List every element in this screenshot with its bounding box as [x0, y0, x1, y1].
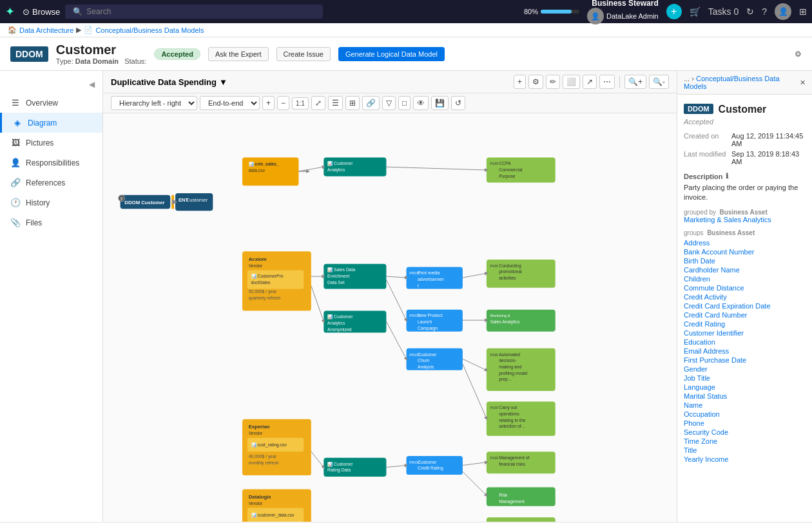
zoom-in-btn[interactable]: + — [262, 96, 275, 110]
cart-icon[interactable]: 🛒 — [690, 6, 701, 17]
asset-link-title[interactable]: Title — [684, 446, 806, 454]
help-icon[interactable]: ? — [762, 6, 767, 17]
refresh-diagram-icon[interactable]: ↺ — [451, 96, 465, 110]
page-title-block: Customer Type: Data Domain Status: — [56, 43, 147, 65]
grid-icon[interactable]: ⊞ — [799, 6, 807, 17]
sidebar-item-history[interactable]: 🕐 History — [0, 193, 102, 213]
sidebar-item-overview[interactable]: ☰ Overview — [0, 93, 102, 113]
asset-link-birth-date[interactable]: Birth Date — [684, 257, 806, 265]
progress-bar — [541, 10, 579, 14]
sidebar-item-diagram[interactable]: ◈ Diagram — [0, 113, 102, 133]
asset-link-credit-card-num[interactable]: Credit Card Number — [684, 311, 806, 319]
svg-line-122 — [463, 273, 487, 278]
breadcrumb-data-architecture[interactable]: Data Architecture — [19, 26, 73, 34]
settings-icon[interactable]: ⚙ — [795, 50, 802, 59]
page-header: DDOM Customer Type: Data Domain Status: … — [0, 37, 812, 71]
asset-link-marital-status[interactable]: Marital Status — [684, 392, 806, 400]
hierarchy-select[interactable]: Hierarchy left - right — [111, 96, 197, 110]
add-icon[interactable]: + — [514, 75, 526, 89]
eye-icon[interactable]: 👁 — [413, 96, 429, 110]
diagram-canvas[interactable]: DDOM Customer ENT Customer 9 📊 crm_sales… — [103, 113, 677, 522]
asset-link-first-purchase[interactable]: First Purchase Date — [684, 356, 806, 364]
asset-link-cardholder-name[interactable]: Cardholder Name — [684, 266, 806, 274]
asset-link-children[interactable]: Children — [684, 275, 806, 283]
svg-text:Sales Analytics: Sales Analytics — [490, 319, 520, 325]
asset-link-yearly-income[interactable]: Yearly Income — [684, 455, 806, 463]
ratio-btn[interactable]: 1:1 — [292, 97, 309, 109]
svg-text:Vendor: Vendor — [249, 263, 263, 268]
svg-text:making and: making and — [499, 365, 521, 370]
list-icon[interactable]: ☰ — [328, 96, 343, 110]
save-diagram-icon[interactable]: 💾 — [431, 96, 449, 110]
svg-text:Purpose: Purpose — [499, 174, 516, 179]
asset-link-education[interactable]: Education — [684, 338, 806, 346]
zoom-out-icon[interactable]: 🔍- — [649, 75, 669, 89]
share-icon[interactable]: ↗ — [583, 75, 597, 89]
asset-link-bank-account[interactable]: Bank Account Number — [684, 248, 806, 256]
grouped-by-value[interactable]: Marketing & Sales Analytics — [684, 216, 806, 223]
asset-link-phone[interactable]: Phone — [684, 419, 806, 427]
svg-text:selection of...: selection of... — [499, 424, 525, 428]
sidebar-item-pictures[interactable]: 🖼 Pictures — [0, 133, 102, 153]
user-avatar[interactable]: 👤 — [775, 3, 791, 20]
avatar: 👤 — [587, 8, 604, 24]
tasks-button[interactable]: Tasks 0 — [708, 6, 739, 17]
meta-modified: Last modified Sep 13, 2019 8:18:43 AM — [684, 150, 806, 166]
asset-links: Address Bank Account Number Birth Date C… — [684, 239, 806, 463]
svg-text:9: 9 — [121, 196, 123, 201]
collapse-button[interactable]: ◀ — [0, 76, 102, 93]
sidebar-item-responsibilities[interactable]: 👤 Responsibilities — [0, 153, 102, 173]
asset-link-email[interactable]: Email Address — [684, 347, 806, 355]
svg-text:Commercial: Commercial — [499, 167, 523, 172]
zoom-in-icon[interactable]: 🔍+ — [624, 75, 646, 89]
breadcrumb: 🏠 Data Architecture ▶ 📄 Conceptual/Busin… — [0, 23, 812, 37]
asset-link-credit-activity[interactable]: Credit Activity — [684, 293, 806, 301]
responsibilities-icon: 👤 — [10, 158, 21, 167]
export-icon[interactable]: ⬜ — [563, 75, 580, 89]
edit-tool-icon[interactable]: ✏ — [546, 75, 560, 89]
generate-logical-button[interactable]: Generate Logical Data Model — [338, 47, 445, 61]
more-icon[interactable]: ⋯ — [599, 75, 615, 89]
svg-text:PUR: PUR — [490, 456, 498, 460]
box-icon[interactable]: □ — [398, 96, 411, 110]
asset-link-credit-rating[interactable]: Credit Rating — [684, 320, 806, 328]
asset-link-time-zone[interactable]: Time Zone — [684, 437, 806, 445]
refresh-icon[interactable]: ↻ — [746, 6, 754, 17]
grid-view-icon[interactable]: ⊞ — [345, 96, 360, 110]
settings-tool-icon[interactable]: ⚙ — [528, 75, 543, 89]
panel-close-button[interactable]: ✕ — [800, 79, 806, 87]
asset-link-address[interactable]: Address — [684, 239, 806, 247]
filter-icon[interactable]: ▽ — [382, 96, 396, 110]
svg-line-128 — [386, 466, 406, 468]
svg-text:Automated: Automated — [499, 352, 520, 357]
asset-link-credit-card-exp[interactable]: Credit Card Expiration Date — [684, 302, 806, 310]
asset-link-job-title[interactable]: Job Title — [684, 374, 806, 382]
svg-text:activities: activities — [499, 276, 516, 280]
zoom-out-btn[interactable]: − — [277, 96, 289, 110]
asset-link-name[interactable]: Name — [684, 401, 806, 409]
panel-badge: DDOM — [684, 104, 713, 114]
breadcrumb-icon: 🏠 — [8, 26, 17, 34]
expand-icon[interactable]: ⤢ — [311, 96, 325, 110]
flow-select[interactable]: End-to-end — [200, 96, 260, 110]
search-bar[interactable]: 🔍 Search — [65, 5, 323, 19]
asset-link-commute-distance[interactable]: Commute Distance — [684, 284, 806, 292]
create-issue-button[interactable]: Create Issue — [276, 47, 331, 61]
asset-link-security-code[interactable]: Security Code — [684, 428, 806, 436]
add-button[interactable]: + — [666, 4, 682, 19]
asset-link-gender[interactable]: Gender — [684, 365, 806, 373]
svg-text:📊 Customer: 📊 Customer — [327, 160, 353, 166]
browse-button[interactable]: ⊙ Browse — [23, 7, 60, 17]
svg-text:📊 Customer: 📊 Customer — [327, 314, 353, 319]
asset-link-customer-id[interactable]: Customer Identifier — [684, 329, 806, 337]
svg-text:PUR: PUR — [490, 162, 498, 166]
svg-text:Customer: Customer — [186, 197, 208, 203]
breadcrumb-conceptual[interactable]: Conceptual/Business Data Models — [95, 26, 204, 34]
asset-link-language[interactable]: Language — [684, 383, 806, 391]
sidebar-item-references[interactable]: 🔗 References — [0, 173, 102, 193]
ask-expert-button[interactable]: Ask the Expert — [208, 47, 269, 61]
sidebar-item-files[interactable]: 📎 Files — [0, 213, 102, 233]
svg-text:Anonymized: Anonymized — [327, 327, 352, 332]
link-icon[interactable]: 🔗 — [362, 96, 380, 110]
asset-link-occupation[interactable]: Occupation — [684, 410, 806, 418]
